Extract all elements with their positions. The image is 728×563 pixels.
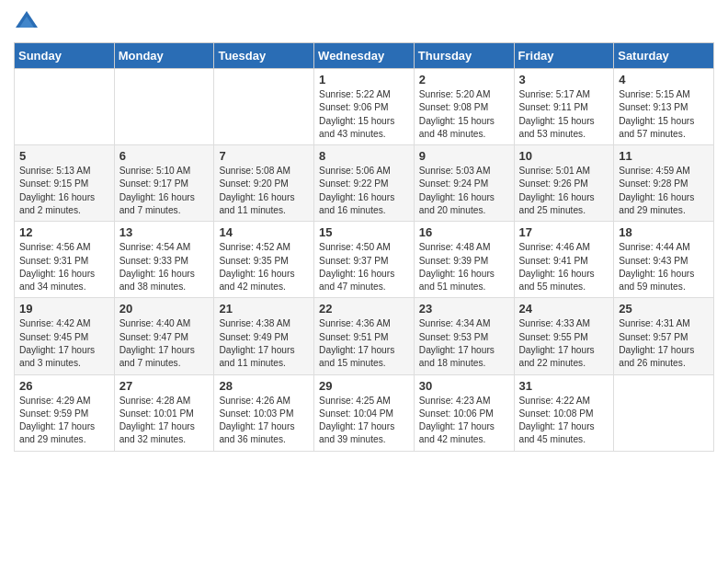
day-number: 1 [319, 73, 409, 86]
day-info: Sunrise: 4:59 AM Sunset: 9:28 PM Dayligh… [619, 165, 709, 217]
calendar-cell: 20Sunrise: 4:40 AM Sunset: 9:47 PM Dayli… [114, 298, 214, 374]
calendar-cell: 13Sunrise: 4:54 AM Sunset: 9:33 PM Dayli… [114, 222, 214, 298]
day-number: 2 [419, 73, 509, 86]
calendar-cell: 10Sunrise: 5:01 AM Sunset: 9:26 PM Dayli… [514, 145, 614, 222]
day-info: Sunrise: 4:42 AM Sunset: 9:45 PM Dayligh… [19, 317, 109, 370]
calendar-cell: 17Sunrise: 4:46 AM Sunset: 9:41 PM Dayli… [514, 222, 614, 298]
logo [14, 9, 42, 35]
day-number: 30 [419, 379, 509, 393]
day-info: Sunrise: 5:17 AM Sunset: 9:11 PM Dayligh… [519, 88, 609, 141]
calendar-cell: 27Sunrise: 4:28 AM Sunset: 10:01 PM Dayl… [114, 374, 214, 451]
calendar-cell: 23Sunrise: 4:34 AM Sunset: 9:53 PM Dayli… [414, 298, 514, 374]
calendar-cell: 28Sunrise: 4:26 AM Sunset: 10:03 PM Dayl… [214, 374, 314, 451]
calendar-header-friday: Friday [514, 43, 614, 69]
day-number: 29 [319, 379, 409, 393]
day-info: Sunrise: 5:03 AM Sunset: 9:24 PM Dayligh… [419, 165, 509, 217]
day-number: 26 [19, 379, 109, 393]
calendar-week-row: 1Sunrise: 5:22 AM Sunset: 9:06 PM Daylig… [15, 69, 714, 145]
calendar-cell [15, 69, 115, 145]
day-number: 23 [419, 302, 509, 316]
day-number: 6 [119, 149, 210, 163]
day-info: Sunrise: 4:48 AM Sunset: 9:39 PM Dayligh… [419, 241, 509, 293]
day-info: Sunrise: 4:28 AM Sunset: 10:01 PM Daylig… [119, 395, 210, 447]
calendar-header-sunday: Sunday [15, 43, 115, 69]
day-info: Sunrise: 4:25 AM Sunset: 10:04 PM Daylig… [319, 395, 409, 447]
day-number: 11 [619, 149, 709, 163]
day-info: Sunrise: 5:22 AM Sunset: 9:06 PM Dayligh… [319, 88, 409, 141]
calendar-week-row: 12Sunrise: 4:56 AM Sunset: 9:31 PM Dayli… [15, 222, 714, 298]
day-info: Sunrise: 4:56 AM Sunset: 9:31 PM Dayligh… [19, 241, 109, 293]
day-info: Sunrise: 4:31 AM Sunset: 9:57 PM Dayligh… [619, 317, 709, 370]
calendar-header-saturday: Saturday [614, 43, 714, 69]
calendar-cell: 29Sunrise: 4:25 AM Sunset: 10:04 PM Dayl… [314, 374, 415, 451]
day-number: 20 [119, 302, 210, 316]
calendar-cell: 7Sunrise: 5:08 AM Sunset: 9:20 PM Daylig… [214, 145, 314, 222]
calendar-week-row: 19Sunrise: 4:42 AM Sunset: 9:45 PM Dayli… [15, 298, 714, 374]
day-number: 12 [19, 225, 109, 239]
day-number: 19 [19, 302, 109, 316]
day-info: Sunrise: 5:01 AM Sunset: 9:26 PM Dayligh… [519, 165, 609, 217]
day-info: Sunrise: 4:50 AM Sunset: 9:37 PM Dayligh… [319, 241, 409, 293]
calendar-cell: 1Sunrise: 5:22 AM Sunset: 9:06 PM Daylig… [314, 69, 415, 145]
day-number: 16 [419, 225, 509, 239]
calendar-header-thursday: Thursday [414, 43, 514, 69]
calendar-week-row: 26Sunrise: 4:29 AM Sunset: 9:59 PM Dayli… [15, 374, 714, 451]
calendar-cell: 15Sunrise: 4:50 AM Sunset: 9:37 PM Dayli… [314, 222, 415, 298]
calendar-cell: 9Sunrise: 5:03 AM Sunset: 9:24 PM Daylig… [414, 145, 514, 222]
day-info: Sunrise: 4:52 AM Sunset: 9:35 PM Dayligh… [219, 241, 309, 293]
day-info: Sunrise: 4:40 AM Sunset: 9:47 PM Dayligh… [119, 317, 210, 370]
day-info: Sunrise: 4:36 AM Sunset: 9:51 PM Dayligh… [319, 317, 409, 370]
day-number: 3 [519, 73, 609, 86]
day-info: Sunrise: 4:46 AM Sunset: 9:41 PM Dayligh… [519, 241, 609, 293]
calendar-cell: 30Sunrise: 4:23 AM Sunset: 10:06 PM Dayl… [414, 374, 514, 451]
day-number: 28 [219, 379, 309, 393]
day-number: 27 [119, 379, 210, 393]
calendar-cell: 14Sunrise: 4:52 AM Sunset: 9:35 PM Dayli… [214, 222, 314, 298]
day-info: Sunrise: 4:54 AM Sunset: 9:33 PM Dayligh… [119, 241, 210, 293]
header [14, 9, 714, 35]
day-number: 4 [619, 73, 709, 86]
day-number: 14 [219, 225, 309, 239]
day-number: 24 [519, 302, 609, 316]
calendar-cell: 3Sunrise: 5:17 AM Sunset: 9:11 PM Daylig… [514, 69, 614, 145]
calendar-cell: 18Sunrise: 4:44 AM Sunset: 9:43 PM Dayli… [614, 222, 714, 298]
calendar-cell: 12Sunrise: 4:56 AM Sunset: 9:31 PM Dayli… [15, 222, 115, 298]
calendar-header-row: SundayMondayTuesdayWednesdayThursdayFrid… [15, 43, 714, 69]
day-number: 8 [319, 149, 409, 163]
day-info: Sunrise: 5:13 AM Sunset: 9:15 PM Dayligh… [19, 165, 109, 217]
day-info: Sunrise: 4:29 AM Sunset: 9:59 PM Dayligh… [19, 395, 109, 447]
calendar-cell: 24Sunrise: 4:33 AM Sunset: 9:55 PM Dayli… [514, 298, 614, 374]
calendar-cell: 8Sunrise: 5:06 AM Sunset: 9:22 PM Daylig… [314, 145, 415, 222]
day-info: Sunrise: 5:10 AM Sunset: 9:17 PM Dayligh… [119, 165, 210, 217]
calendar-cell [614, 374, 714, 451]
day-number: 22 [319, 302, 409, 316]
day-info: Sunrise: 4:38 AM Sunset: 9:49 PM Dayligh… [219, 317, 309, 370]
day-info: Sunrise: 5:20 AM Sunset: 9:08 PM Dayligh… [419, 88, 509, 141]
calendar-cell [214, 69, 314, 145]
day-number: 15 [319, 225, 409, 239]
logo-icon [14, 9, 40, 35]
calendar-cell: 22Sunrise: 4:36 AM Sunset: 9:51 PM Dayli… [314, 298, 415, 374]
calendar: SundayMondayTuesdayWednesdayThursdayFrid… [14, 42, 714, 452]
day-info: Sunrise: 5:06 AM Sunset: 9:22 PM Dayligh… [319, 165, 409, 217]
day-number: 18 [619, 225, 709, 239]
calendar-header-monday: Monday [114, 43, 214, 69]
day-number: 13 [119, 225, 210, 239]
day-number: 17 [519, 225, 609, 239]
day-info: Sunrise: 4:44 AM Sunset: 9:43 PM Dayligh… [619, 241, 709, 293]
calendar-cell: 4Sunrise: 5:15 AM Sunset: 9:13 PM Daylig… [614, 69, 714, 145]
calendar-cell: 16Sunrise: 4:48 AM Sunset: 9:39 PM Dayli… [414, 222, 514, 298]
day-info: Sunrise: 4:22 AM Sunset: 10:08 PM Daylig… [519, 395, 609, 447]
day-info: Sunrise: 5:15 AM Sunset: 9:13 PM Dayligh… [619, 88, 709, 141]
day-info: Sunrise: 4:33 AM Sunset: 9:55 PM Dayligh… [519, 317, 609, 370]
calendar-week-row: 5Sunrise: 5:13 AM Sunset: 9:15 PM Daylig… [15, 145, 714, 222]
calendar-cell: 26Sunrise: 4:29 AM Sunset: 9:59 PM Dayli… [15, 374, 115, 451]
calendar-cell: 2Sunrise: 5:20 AM Sunset: 9:08 PM Daylig… [414, 69, 514, 145]
calendar-header-tuesday: Tuesday [214, 43, 314, 69]
day-info: Sunrise: 4:34 AM Sunset: 9:53 PM Dayligh… [419, 317, 509, 370]
day-number: 31 [519, 379, 609, 393]
day-info: Sunrise: 4:26 AM Sunset: 10:03 PM Daylig… [219, 395, 309, 447]
day-number: 7 [219, 149, 309, 163]
calendar-cell: 11Sunrise: 4:59 AM Sunset: 9:28 PM Dayli… [614, 145, 714, 222]
day-number: 21 [219, 302, 309, 316]
